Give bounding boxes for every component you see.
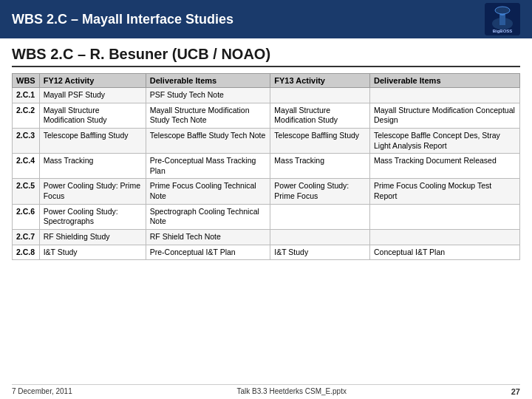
table-cell: I&T Study xyxy=(270,245,370,260)
table-row: 2.C.6Power Cooling Study: SpectrographsS… xyxy=(13,204,520,229)
bigboss-logo: BigBOSS xyxy=(485,3,520,35)
table-row: 2.C.2Mayall Structure Modification Study… xyxy=(13,103,520,128)
table-cell: 2.C.5 xyxy=(13,179,40,204)
col-del13: Deliverable Items xyxy=(370,74,520,88)
table-cell: Telescope Baffling Study xyxy=(270,128,370,153)
table-cell: 2.C.7 xyxy=(13,230,40,245)
table-cell: 2.C.1 xyxy=(13,88,40,103)
table-cell: Power Cooling Study: Prime Focus xyxy=(39,179,146,204)
table-cell: 2.C.8 xyxy=(13,245,40,260)
col-wbs: WBS xyxy=(13,74,40,88)
table-row: 2.C.3Telescope Baffling StudyTelescope B… xyxy=(13,128,520,153)
table-cell: Pre-Conceptual I&T Plan xyxy=(146,245,270,260)
table-cell: Conceptual I&T Plan xyxy=(370,245,520,260)
table-row: 2.C.5Power Cooling Study: Prime FocusPri… xyxy=(13,179,520,204)
table-cell: I&T Study xyxy=(39,245,146,260)
table-cell: PSF Study Tech Note xyxy=(146,88,270,103)
table-cell: Prime Focus Cooling Technical Note xyxy=(146,179,270,204)
table-cell: Mayall Structure Modification Study xyxy=(270,103,370,128)
table-cell: 2.C.3 xyxy=(13,128,40,153)
col-fy13-activity: FY13 Activity xyxy=(270,74,370,88)
page-footer: 7 December, 2011 Talk B3.3 Heetderks CSM… xyxy=(12,384,520,396)
table-row: 2.C.8I&T StudyPre-Conceptual I&T PlanI&T… xyxy=(13,245,520,260)
table-row: 2.C.7RF Shielding StudyRF Shield Tech No… xyxy=(13,230,520,245)
header-title: WBS 2.C – Mayall Interface Studies xyxy=(12,12,233,27)
table-cell xyxy=(270,204,370,229)
section-title: WBS 2.C – R. Besuner (UCB / NOAO) xyxy=(12,46,520,67)
table-cell: Mayall Structure Modification Conceptual… xyxy=(370,103,520,128)
table-cell: Mass Tracking xyxy=(270,154,370,179)
svg-text:BigBOSS: BigBOSS xyxy=(493,29,513,33)
table-cell: Mass Tracking Document Released xyxy=(370,154,520,179)
table-cell: RF Shielding Study xyxy=(39,230,146,245)
table-cell xyxy=(270,230,370,245)
table-cell xyxy=(370,230,520,245)
table-cell: Power Cooling Study: Spectrographs xyxy=(39,204,146,229)
footer-talk: Talk B3.3 Heetderks CSM_E.pptx xyxy=(237,387,347,396)
main-content: WBS 2.C – R. Besuner (UCB / NOAO) WBS FY… xyxy=(0,38,532,265)
col-del12: Deliverable Items xyxy=(146,74,270,88)
table-cell: Telescope Baffle Study Tech Note xyxy=(146,128,270,153)
page-number: 27 xyxy=(511,387,520,396)
table-row: 2.C.4Mass TrackingPre-Conceptual Mass Tr… xyxy=(13,154,520,179)
table-cell: Pre-Conceptual Mass Tracking Plan xyxy=(146,154,270,179)
table-cell: Mayall Structure Modification Study xyxy=(39,103,146,128)
table-header-row: WBS FY12 Activity Deliverable Items FY13… xyxy=(13,74,520,88)
svg-point-4 xyxy=(495,7,510,14)
table-cell: Spectrograph Cooling Technical Note xyxy=(146,204,270,229)
table-row: 2.C.1Mayall PSF StudyPSF Study Tech Note xyxy=(13,88,520,103)
table-cell: Telescope Baffle Concept Des, Stray Ligh… xyxy=(370,128,520,153)
table-cell: RF Shield Tech Note xyxy=(146,230,270,245)
footer-date: 7 December, 2011 xyxy=(12,387,72,396)
table-cell: Mayall Structure Modification Study Tech… xyxy=(146,103,270,128)
table-cell: Mayall PSF Study xyxy=(39,88,146,103)
table-cell: 2.C.2 xyxy=(13,103,40,128)
table-cell: Prime Focus Cooling Mockup Test Report xyxy=(370,179,520,204)
table-cell xyxy=(370,204,520,229)
table-cell: Telescope Baffling Study xyxy=(39,128,146,153)
table-cell: 2.C.6 xyxy=(13,204,40,229)
table-cell: 2.C.4 xyxy=(13,154,40,179)
wbs-table: WBS FY12 Activity Deliverable Items FY13… xyxy=(12,73,520,260)
table-cell: Mass Tracking xyxy=(39,154,146,179)
table-cell xyxy=(370,88,520,103)
page-header: WBS 2.C – Mayall Interface Studies BigBO… xyxy=(0,0,532,38)
table-cell: Power Cooling Study: Prime Focus xyxy=(270,179,370,204)
table-cell xyxy=(270,88,370,103)
col-fy12-activity: FY12 Activity xyxy=(39,74,146,88)
